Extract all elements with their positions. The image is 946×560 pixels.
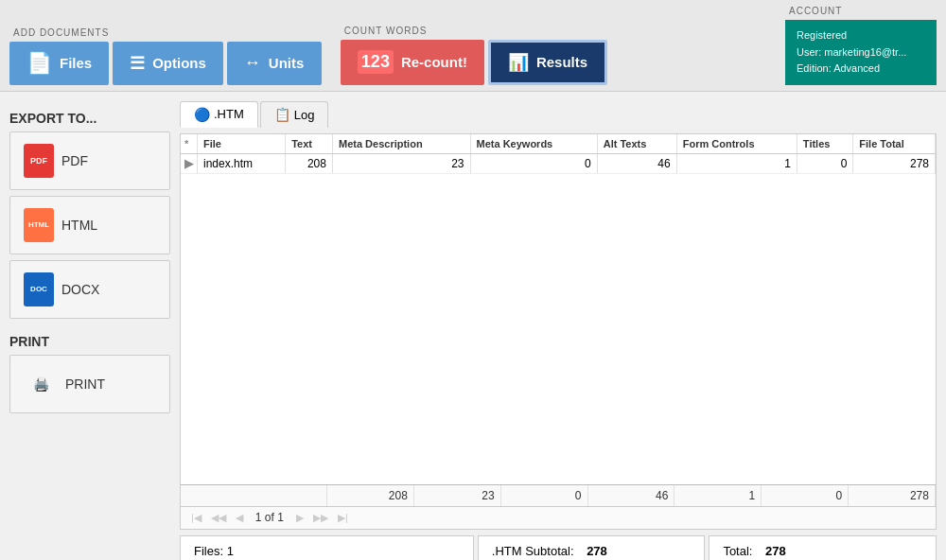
- total-form-controls: 1: [674, 485, 762, 506]
- account-registered: Registered: [797, 27, 925, 44]
- first-page-button[interactable]: |◀: [188, 511, 204, 525]
- files-icon: 📄: [26, 51, 52, 76]
- col-form-controls: Form Controls: [676, 134, 797, 154]
- results-table: * File Text Meta Description Meta Keywor…: [181, 134, 936, 174]
- recount-label: Re-count!: [401, 54, 467, 70]
- cell-alt-texts: 46: [597, 153, 676, 173]
- docx-icon: DOC: [24, 272, 54, 306]
- files-summary: Files: 1: [180, 535, 474, 560]
- htm-tab-label: .HTM: [214, 107, 244, 121]
- print-icon: 🖨️: [24, 367, 58, 401]
- tab-htm[interactable]: 🔵 .HTM: [180, 101, 258, 128]
- subtotal-label: .HTM Subtotal:: [492, 544, 574, 558]
- col-marker: *: [181, 134, 198, 154]
- total-spacer: [181, 485, 327, 506]
- print-button[interactable]: 🖨️ PRINT: [9, 355, 170, 413]
- html-button[interactable]: HTML HTML: [9, 196, 170, 254]
- next-next-button[interactable]: ▶▶: [310, 511, 331, 525]
- subtotal-value: 278: [587, 544, 607, 558]
- col-meta-keywords: Meta Keywords: [470, 134, 597, 154]
- add-documents-label: ADD DOCUMENTS: [9, 27, 322, 38]
- count-words-section: COUNT WORDS 123 Re-count! 📊 Results: [341, 26, 607, 85]
- total-titles: 0: [762, 485, 849, 506]
- total-summary: Total: 278: [709, 535, 937, 560]
- add-documents-section: ADD DOCUMENTS 📄 Files ☰ Options ↔ Units: [9, 27, 322, 85]
- cell-form-controls: 1: [676, 153, 797, 173]
- pdf-icon: PDF: [24, 144, 54, 178]
- cell-meta-keywords: 0: [470, 153, 597, 173]
- units-button[interactable]: ↔ Units: [227, 42, 322, 85]
- pdf-label: PDF: [61, 153, 88, 168]
- table-scroll[interactable]: * File Text Meta Description Meta Keywor…: [181, 134, 936, 484]
- prev-prev-button[interactable]: ◀◀: [208, 511, 229, 525]
- col-alt-texts: Alt Texts: [597, 134, 676, 154]
- cell-text: 208: [286, 153, 333, 173]
- right-content: 🔵 .HTM 📋 Log * File Text Meta Descriptio…: [180, 101, 937, 560]
- total-file-total: 278: [849, 485, 936, 506]
- pdf-button[interactable]: PDF PDF: [9, 131, 170, 190]
- col-meta-desc: Meta Description: [332, 134, 470, 154]
- cell-file: index.htm: [198, 153, 286, 173]
- prev-button[interactable]: ◀: [233, 511, 246, 525]
- total-value: 278: [765, 544, 786, 558]
- html-label: HTML: [61, 218, 97, 233]
- table-container: * File Text Meta Description Meta Keywor…: [180, 133, 937, 530]
- tab-log[interactable]: 📋 Log: [260, 101, 329, 128]
- units-icon: ↔: [244, 53, 261, 73]
- results-button[interactable]: 📊 Results: [488, 40, 607, 85]
- options-icon: ☰: [130, 53, 145, 74]
- next-button[interactable]: ▶: [293, 511, 307, 525]
- units-label: Units: [269, 55, 305, 71]
- docx-button[interactable]: DOC DOCX: [9, 260, 170, 319]
- html-icon: HTML: [24, 208, 54, 242]
- col-titles: Titles: [797, 134, 852, 154]
- sidebar: EXPORT TO... PDF PDF HTML HTML DOC DOCX …: [9, 101, 170, 560]
- pagination: |◀ ◀◀ ◀ 1 of 1 ▶ ▶▶ ▶|: [181, 506, 936, 529]
- last-page-button[interactable]: ▶|: [335, 511, 351, 525]
- count-words-label: COUNT WORDS: [341, 26, 607, 36]
- summary-row: Files: 1 .HTM Subtotal: 278 Total: 278: [180, 535, 937, 560]
- account-section: ACCOUNT Registered User: marketing16@tr.…: [785, 6, 937, 85]
- options-label: Options: [152, 55, 206, 71]
- table-row[interactable]: ▶ index.htm 208 23 0 46 1 0 278: [181, 153, 936, 173]
- results-icon: 📊: [508, 52, 529, 73]
- account-user: User: marketing16@tr...: [797, 44, 925, 61]
- account-box: Registered User: marketing16@tr... Editi…: [785, 20, 937, 85]
- recount-icon: 123: [358, 50, 394, 74]
- total-meta-keywords: 0: [501, 485, 588, 506]
- total-text: 208: [327, 485, 414, 506]
- total-meta-desc: 23: [414, 485, 501, 506]
- docx-label: DOCX: [61, 282, 99, 297]
- row-marker: ▶: [181, 153, 198, 173]
- account-edition: Edition: Advanced: [797, 61, 925, 78]
- tabs: 🔵 .HTM 📋 Log: [180, 101, 937, 128]
- log-tab-label: Log: [294, 108, 315, 122]
- totals-row: 208 23 0 46 1 0 278: [181, 484, 936, 506]
- recount-button[interactable]: 123 Re-count!: [341, 40, 484, 85]
- account-label: ACCOUNT: [785, 6, 937, 16]
- main-content: EXPORT TO... PDF PDF HTML HTML DOC DOCX …: [0, 92, 946, 560]
- options-button[interactable]: ☰ Options: [113, 42, 223, 85]
- cell-file-total: 278: [853, 153, 936, 173]
- col-file: File: [198, 134, 286, 154]
- results-label: Results: [536, 54, 587, 70]
- print-label: PRINT: [9, 334, 170, 349]
- col-file-total: File Total: [853, 134, 936, 154]
- cell-titles: 0: [797, 153, 852, 173]
- print-label-btn: PRINT: [65, 376, 105, 392]
- total-alt-texts: 46: [588, 485, 675, 506]
- htm-tab-icon: 🔵: [194, 107, 210, 122]
- files-button[interactable]: 📄 Files: [9, 42, 109, 85]
- files-label: Files: [60, 55, 92, 71]
- log-tab-icon: 📋: [274, 107, 290, 122]
- total-label: Total:: [723, 544, 752, 558]
- cell-meta-desc: 23: [332, 153, 470, 173]
- files-summary-label: Files: 1: [194, 544, 234, 558]
- page-info: 1 of 1: [255, 511, 284, 524]
- toolbar: ADD DOCUMENTS 📄 Files ☰ Options ↔ Units …: [0, 0, 946, 92]
- subtotal-summary: .HTM Subtotal: 278: [478, 535, 706, 560]
- col-text: Text: [286, 134, 333, 154]
- export-label: EXPORT TO...: [9, 111, 170, 126]
